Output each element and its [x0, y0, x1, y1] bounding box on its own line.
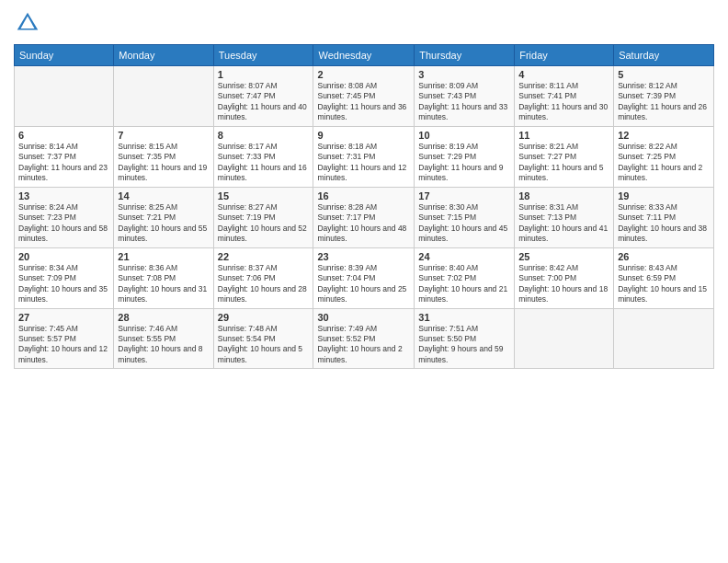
- calendar-cell: 15Sunrise: 8:27 AM Sunset: 7:19 PM Dayli…: [213, 187, 313, 247]
- calendar-cell: 31Sunrise: 7:51 AM Sunset: 5:50 PM Dayli…: [415, 308, 515, 369]
- cell-info: Sunrise: 8:39 AM Sunset: 7:04 PM Dayligh…: [317, 263, 410, 305]
- cell-date: 16: [317, 190, 410, 201]
- cell-date: 24: [418, 251, 510, 262]
- calendar-cell: 16Sunrise: 8:28 AM Sunset: 7:17 PM Dayli…: [313, 187, 415, 247]
- calendar-cell: 11Sunrise: 8:21 AM Sunset: 7:27 PM Dayli…: [515, 126, 614, 187]
- cell-date: 14: [118, 190, 209, 201]
- cell-date: 26: [618, 251, 710, 262]
- cell-info: Sunrise: 8:14 AM Sunset: 7:37 PM Dayligh…: [18, 142, 109, 184]
- cell-info: Sunrise: 8:37 AM Sunset: 7:06 PM Dayligh…: [218, 263, 310, 305]
- calendar-week-3: 13Sunrise: 8:24 AM Sunset: 7:23 PM Dayli…: [15, 187, 714, 247]
- cell-info: Sunrise: 7:46 AM Sunset: 5:55 PM Dayligh…: [118, 324, 209, 366]
- cell-info: Sunrise: 8:21 AM Sunset: 7:27 PM Dayligh…: [518, 142, 609, 184]
- logo-icon: [14, 9, 41, 37]
- cell-date: 28: [118, 312, 209, 323]
- cell-date: 13: [18, 190, 109, 201]
- calendar-cell: 22Sunrise: 8:37 AM Sunset: 7:06 PM Dayli…: [213, 247, 313, 308]
- weekday-tuesday: Tuesday: [213, 45, 313, 66]
- cell-date: 10: [418, 130, 510, 141]
- cell-date: 25: [518, 251, 609, 262]
- cell-date: 22: [218, 251, 310, 262]
- cell-date: 4: [518, 69, 609, 80]
- cell-info: Sunrise: 8:34 AM Sunset: 7:09 PM Dayligh…: [18, 263, 109, 305]
- calendar-cell: 9Sunrise: 8:18 AM Sunset: 7:31 PM Daylig…: [313, 126, 415, 187]
- cell-date: 18: [518, 190, 609, 201]
- cell-info: Sunrise: 8:33 AM Sunset: 7:11 PM Dayligh…: [618, 202, 710, 245]
- calendar-table: SundayMondayTuesdayWednesdayThursdayFrid…: [14, 44, 714, 369]
- calendar-header: SundayMondayTuesdayWednesdayThursdayFrid…: [15, 45, 714, 66]
- calendar-cell: [114, 66, 213, 127]
- calendar-cell: 19Sunrise: 8:33 AM Sunset: 7:11 PM Dayli…: [614, 187, 714, 247]
- calendar-cell: 20Sunrise: 8:34 AM Sunset: 7:09 PM Dayli…: [15, 247, 114, 308]
- weekday-sunday: Sunday: [15, 45, 114, 66]
- cell-info: Sunrise: 8:42 AM Sunset: 7:00 PM Dayligh…: [518, 263, 609, 305]
- cell-date: 3: [418, 69, 510, 80]
- cell-date: 12: [618, 130, 710, 141]
- calendar-cell: 25Sunrise: 8:42 AM Sunset: 7:00 PM Dayli…: [515, 247, 614, 308]
- calendar-cell: 2Sunrise: 8:08 AM Sunset: 7:45 PM Daylig…: [313, 66, 415, 127]
- calendar-cell: 26Sunrise: 8:43 AM Sunset: 6:59 PM Dayli…: [614, 247, 714, 308]
- weekday-saturday: Saturday: [614, 45, 714, 66]
- calendar-cell: 12Sunrise: 8:22 AM Sunset: 7:25 PM Dayli…: [614, 126, 714, 187]
- cell-date: 31: [418, 312, 510, 323]
- calendar-cell: 24Sunrise: 8:40 AM Sunset: 7:02 PM Dayli…: [415, 247, 515, 308]
- cell-info: Sunrise: 8:17 AM Sunset: 7:33 PM Dayligh…: [218, 142, 310, 184]
- calendar-cell: 8Sunrise: 8:17 AM Sunset: 7:33 PM Daylig…: [213, 126, 313, 187]
- cell-info: Sunrise: 8:36 AM Sunset: 7:08 PM Dayligh…: [118, 263, 209, 305]
- calendar-cell: [15, 66, 114, 127]
- cell-date: 9: [317, 130, 410, 141]
- calendar-cell: 10Sunrise: 8:19 AM Sunset: 7:29 PM Dayli…: [415, 126, 515, 187]
- cell-info: Sunrise: 7:48 AM Sunset: 5:54 PM Dayligh…: [218, 324, 310, 366]
- weekday-wednesday: Wednesday: [313, 45, 415, 66]
- cell-date: 20: [18, 251, 109, 262]
- cell-date: 1: [218, 69, 310, 80]
- cell-date: 7: [118, 130, 209, 141]
- calendar-body: 1Sunrise: 8:07 AM Sunset: 7:47 PM Daylig…: [15, 66, 714, 369]
- calendar-cell: 17Sunrise: 8:30 AM Sunset: 7:15 PM Dayli…: [415, 187, 515, 247]
- cell-date: 15: [218, 190, 310, 201]
- cell-date: 6: [18, 130, 109, 141]
- calendar-cell: 29Sunrise: 7:48 AM Sunset: 5:54 PM Dayli…: [213, 308, 313, 369]
- cell-date: 27: [18, 312, 109, 323]
- cell-info: Sunrise: 7:51 AM Sunset: 5:50 PM Dayligh…: [418, 324, 510, 366]
- cell-date: 19: [618, 190, 710, 201]
- cell-info: Sunrise: 8:27 AM Sunset: 7:19 PM Dayligh…: [218, 202, 310, 245]
- cell-date: 29: [218, 312, 310, 323]
- cell-info: Sunrise: 8:12 AM Sunset: 7:39 PM Dayligh…: [618, 81, 710, 123]
- weekday-row: SundayMondayTuesdayWednesdayThursdayFrid…: [15, 45, 714, 66]
- header: [14, 9, 714, 37]
- calendar-cell: 14Sunrise: 8:25 AM Sunset: 7:21 PM Dayli…: [114, 187, 213, 247]
- weekday-monday: Monday: [114, 45, 213, 66]
- calendar-cell: 3Sunrise: 8:09 AM Sunset: 7:43 PM Daylig…: [415, 66, 515, 127]
- cell-date: 21: [118, 251, 209, 262]
- calendar-week-4: 20Sunrise: 8:34 AM Sunset: 7:09 PM Dayli…: [15, 247, 714, 308]
- calendar-cell: 7Sunrise: 8:15 AM Sunset: 7:35 PM Daylig…: [114, 126, 213, 187]
- cell-info: Sunrise: 8:11 AM Sunset: 7:41 PM Dayligh…: [518, 81, 609, 123]
- cell-date: 5: [618, 69, 710, 80]
- cell-info: Sunrise: 8:25 AM Sunset: 7:21 PM Dayligh…: [118, 202, 209, 245]
- cell-info: Sunrise: 8:18 AM Sunset: 7:31 PM Dayligh…: [317, 142, 410, 184]
- cell-info: Sunrise: 8:19 AM Sunset: 7:29 PM Dayligh…: [418, 142, 510, 184]
- cell-info: Sunrise: 7:45 AM Sunset: 5:57 PM Dayligh…: [18, 324, 109, 366]
- calendar-cell: 4Sunrise: 8:11 AM Sunset: 7:41 PM Daylig…: [515, 66, 614, 127]
- calendar-week-5: 27Sunrise: 7:45 AM Sunset: 5:57 PM Dayli…: [15, 308, 714, 369]
- cell-info: Sunrise: 8:22 AM Sunset: 7:25 PM Dayligh…: [618, 142, 710, 184]
- cell-info: Sunrise: 8:28 AM Sunset: 7:17 PM Dayligh…: [317, 202, 410, 245]
- cell-info: Sunrise: 8:07 AM Sunset: 7:47 PM Dayligh…: [218, 81, 310, 123]
- page: SundayMondayTuesdayWednesdayThursdayFrid…: [0, 0, 728, 563]
- cell-info: Sunrise: 8:08 AM Sunset: 7:45 PM Dayligh…: [317, 81, 410, 123]
- calendar-cell: 30Sunrise: 7:49 AM Sunset: 5:52 PM Dayli…: [313, 308, 415, 369]
- calendar-cell: 23Sunrise: 8:39 AM Sunset: 7:04 PM Dayli…: [313, 247, 415, 308]
- calendar-cell: 6Sunrise: 8:14 AM Sunset: 7:37 PM Daylig…: [15, 126, 114, 187]
- cell-info: Sunrise: 8:31 AM Sunset: 7:13 PM Dayligh…: [518, 202, 609, 245]
- cell-date: 8: [218, 130, 310, 141]
- cell-info: Sunrise: 8:15 AM Sunset: 7:35 PM Dayligh…: [118, 142, 209, 184]
- calendar-cell: 27Sunrise: 7:45 AM Sunset: 5:57 PM Dayli…: [15, 308, 114, 369]
- calendar-cell: 1Sunrise: 8:07 AM Sunset: 7:47 PM Daylig…: [213, 66, 313, 127]
- calendar-cell: 28Sunrise: 7:46 AM Sunset: 5:55 PM Dayli…: [114, 308, 213, 369]
- calendar-week-2: 6Sunrise: 8:14 AM Sunset: 7:37 PM Daylig…: [15, 126, 714, 187]
- cell-info: Sunrise: 8:24 AM Sunset: 7:23 PM Dayligh…: [18, 202, 109, 245]
- calendar-cell: 18Sunrise: 8:31 AM Sunset: 7:13 PM Dayli…: [515, 187, 614, 247]
- calendar-week-1: 1Sunrise: 8:07 AM Sunset: 7:47 PM Daylig…: [15, 66, 714, 127]
- cell-info: Sunrise: 8:40 AM Sunset: 7:02 PM Dayligh…: [418, 263, 510, 305]
